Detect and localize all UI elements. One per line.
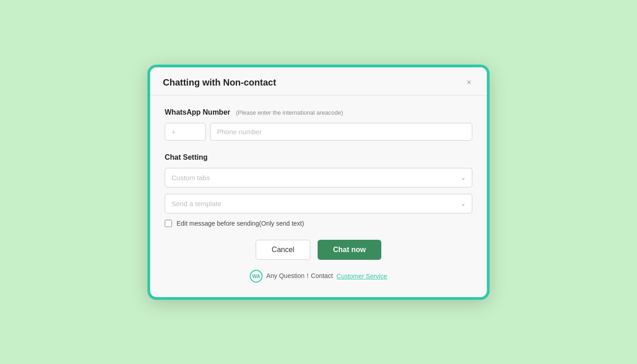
whatsapp-number-sublabel: (Please enter the international areacode… (236, 109, 343, 116)
customer-service-link[interactable]: Customer Service (337, 273, 387, 280)
footer-text: Any Question！Contact (266, 272, 333, 280)
whatsapp-number-label: WhatsApp Number (Please enter the intern… (165, 108, 472, 116)
custom-tabs-wrapper: Custom tabs ⌄ (165, 168, 472, 187)
dialog-body: WhatsApp Number (Please enter the intern… (150, 96, 487, 297)
chat-setting-label: Chat Setting (165, 153, 472, 162)
chat-now-button[interactable]: Chat now (318, 240, 381, 260)
phone-row (165, 123, 472, 141)
cancel-button[interactable]: Cancel (256, 240, 310, 260)
footer-row: WA Any Question！Contact Customer Service (165, 270, 472, 286)
phone-number-input[interactable] (210, 123, 472, 141)
edit-message-checkbox[interactable] (165, 220, 172, 227)
edit-message-label[interactable]: Edit message before sending(Only send te… (177, 220, 304, 227)
country-code-input[interactable] (165, 123, 206, 141)
wa-icon: WA (250, 270, 263, 283)
chat-setting-section: Chat Setting Custom tabs ⌄ Send a templa… (165, 153, 472, 227)
checkbox-row: Edit message before sending(Only send te… (165, 220, 472, 227)
send-template-wrapper: Send a template ⌄ (165, 194, 472, 213)
whatsapp-number-section: WhatsApp Number (Please enter the intern… (165, 108, 472, 141)
dialog-wrapper: Chatting with Non-contact × WhatsApp Num… (147, 65, 490, 300)
dialog: Chatting with Non-contact × WhatsApp Num… (150, 67, 487, 297)
send-template-select[interactable]: Send a template (165, 194, 472, 213)
dialog-title: Chatting with Non-contact (163, 77, 276, 88)
dialog-header: Chatting with Non-contact × (150, 67, 487, 96)
custom-tabs-select[interactable]: Custom tabs (165, 168, 472, 187)
button-row: Cancel Chat now (165, 240, 472, 260)
close-button[interactable]: × (464, 77, 474, 87)
